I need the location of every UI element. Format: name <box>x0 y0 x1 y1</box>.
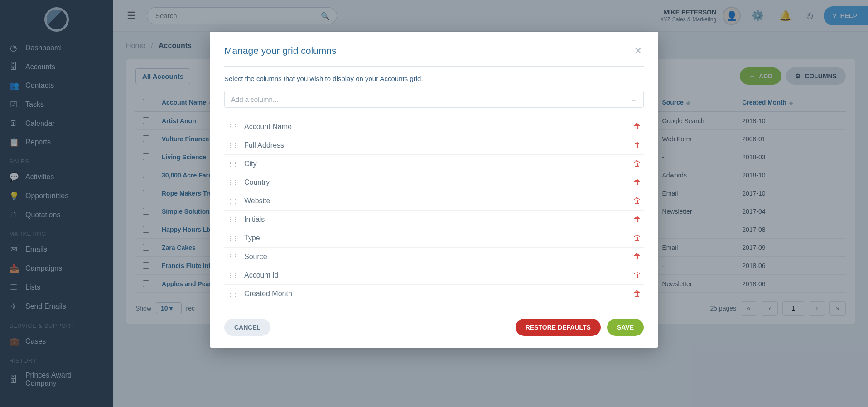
trash-icon[interactable]: 🗑 <box>633 159 641 168</box>
drag-handle-icon[interactable]: ⋮⋮ <box>227 272 238 279</box>
add-column-placeholder: Add a column... <box>231 96 278 103</box>
column-item[interactable]: ⋮⋮Account Name🗑 <box>224 118 644 136</box>
column-name: Account Name <box>244 123 627 131</box>
manage-columns-modal: Manage your grid columns ✕ Select the co… <box>210 32 658 348</box>
column-item[interactable]: ⋮⋮Full Address🗑 <box>224 136 644 155</box>
close-icon[interactable]: ✕ <box>632 43 644 58</box>
modal-title: Manage your grid columns <box>224 45 336 56</box>
drag-handle-icon[interactable]: ⋮⋮ <box>227 197 238 205</box>
drag-handle-icon[interactable]: ⋮⋮ <box>227 160 238 168</box>
modal-overlay[interactable]: Manage your grid columns ✕ Select the co… <box>0 0 868 407</box>
column-item[interactable]: ⋮⋮Account Id🗑 <box>224 266 644 285</box>
drag-handle-icon[interactable]: ⋮⋮ <box>227 179 238 186</box>
column-name: Account Id <box>244 271 627 279</box>
column-name: City <box>244 160 627 168</box>
restore-defaults-button[interactable]: RESTORE DEFAULTS <box>516 319 601 336</box>
add-column-dropdown[interactable]: Add a column... ⌄ <box>224 91 644 108</box>
column-item[interactable]: ⋮⋮Source🗑 <box>224 248 644 266</box>
save-button[interactable]: SAVE <box>607 319 644 336</box>
column-name: Country <box>244 178 627 187</box>
column-item[interactable]: ⋮⋮Website🗑 <box>224 192 644 211</box>
cancel-button[interactable]: CANCEL <box>224 319 270 336</box>
column-item[interactable]: ⋮⋮Country🗑 <box>224 173 644 192</box>
drag-handle-icon[interactable]: ⋮⋮ <box>227 290 238 297</box>
column-item[interactable]: ⋮⋮Created Month🗑 <box>224 285 644 303</box>
trash-icon[interactable]: 🗑 <box>633 196 641 206</box>
trash-icon[interactable]: 🗑 <box>633 234 641 243</box>
column-name: Full Address <box>244 141 627 149</box>
column-name: Source <box>244 253 627 261</box>
trash-icon[interactable]: 🗑 <box>633 252 641 261</box>
drag-handle-icon[interactable]: ⋮⋮ <box>227 253 238 260</box>
column-name: Created Month <box>244 290 627 298</box>
trash-icon[interactable]: 🗑 <box>633 122 641 131</box>
drag-handle-icon[interactable]: ⋮⋮ <box>227 142 238 149</box>
divider <box>224 66 644 67</box>
trash-icon[interactable]: 🗑 <box>633 141 641 150</box>
trash-icon[interactable]: 🗑 <box>633 271 641 280</box>
chevron-down-icon: ⌄ <box>631 95 637 103</box>
trash-icon[interactable]: 🗑 <box>633 178 641 187</box>
trash-icon[interactable]: 🗑 <box>633 289 641 298</box>
drag-handle-icon[interactable]: ⋮⋮ <box>227 123 238 130</box>
column-name: Website <box>244 197 627 205</box>
drag-handle-icon[interactable]: ⋮⋮ <box>227 235 238 242</box>
column-name: Initials <box>244 215 627 224</box>
column-item[interactable]: ⋮⋮Initials🗑 <box>224 211 644 229</box>
modal-subtitle: Select the columns that you wish to disp… <box>224 75 644 82</box>
column-item[interactable]: ⋮⋮Type🗑 <box>224 229 644 248</box>
column-name: Type <box>244 234 627 242</box>
column-item[interactable]: ⋮⋮City🗑 <box>224 155 644 173</box>
drag-handle-icon[interactable]: ⋮⋮ <box>227 216 238 223</box>
column-list: ⋮⋮Account Name🗑⋮⋮Full Address🗑⋮⋮City🗑⋮⋮C… <box>224 118 644 303</box>
trash-icon[interactable]: 🗑 <box>633 215 641 224</box>
